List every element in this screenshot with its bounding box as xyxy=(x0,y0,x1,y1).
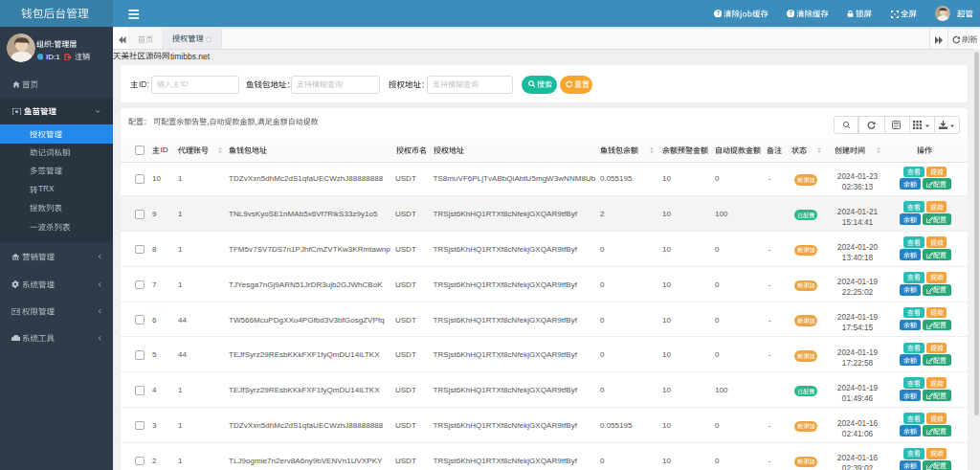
svg-text:?: ? xyxy=(789,10,792,16)
svg-text:?: ? xyxy=(716,10,720,16)
